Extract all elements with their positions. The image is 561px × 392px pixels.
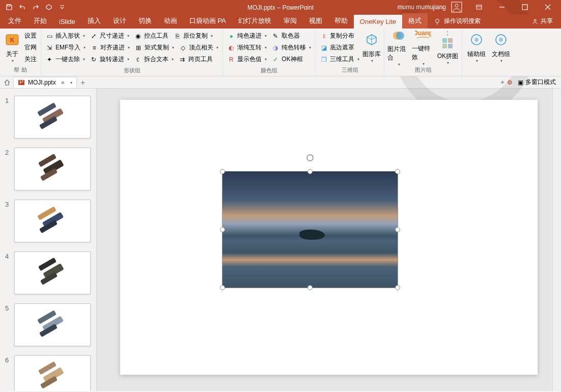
qat-customize-button[interactable] [56, 1, 68, 13]
group-image: 图片混合▾ Duang 一键特效▾ : OK拼图▾ 图片组 [384, 29, 462, 76]
tab-view[interactable]: 视图 [303, 13, 328, 29]
resize-handle-se[interactable] [395, 285, 400, 290]
vertex-button[interactable]: ◇顶点相关▾ [177, 42, 220, 53]
tab-review[interactable]: 审阅 [277, 13, 303, 29]
3d-tool-button[interactable]: ❒三维工具▾ [318, 54, 361, 65]
new-doc-tab-button[interactable]: + [78, 77, 88, 88]
gradient-icon: ◐ [227, 44, 235, 52]
doc-group-button[interactable]: 文档组▾ [489, 30, 513, 65]
website-button[interactable]: 官网 [22, 42, 39, 53]
split-text-button[interactable]: Ꞓ拆合文本▾ [132, 54, 176, 65]
copy-inplace-button[interactable]: ⎘原位复制▾ [171, 31, 215, 41]
about-button[interactable]: K 关于▾ [2, 30, 22, 65]
settings-button[interactable]: 设置 [22, 31, 39, 41]
show-color-button[interactable]: R显示色值▾ [225, 54, 269, 65]
maximize-button[interactable] [513, 0, 536, 14]
minimize-button[interactable] [490, 0, 513, 14]
document-title: MOJI.pptx – PowerPoint [247, 4, 314, 11]
slide-canvas[interactable] [120, 100, 538, 375]
tab-transitions[interactable]: 切换 [132, 13, 158, 29]
vertical-scrollbar[interactable] [552, 89, 561, 391]
ok-puzzle-button[interactable]: : OK拼图▾ [435, 30, 460, 65]
close-button[interactable] [536, 0, 559, 14]
pure-color-step-button[interactable]: ●纯色递进▾ [225, 31, 269, 41]
crosspage-button[interactable]: ⇉跨页工具 [176, 54, 215, 65]
image-blend-button[interactable]: 图片混合▾ [386, 30, 411, 65]
account-avatar-icon[interactable] [451, 2, 462, 13]
ok-frame-button[interactable]: ✓OK神框 [269, 54, 304, 65]
slide-thumbnails-panel[interactable]: 1 2 3 4 5 6 [0, 89, 97, 391]
bottom-mask-button[interactable]: ◪底边遮罩 [318, 42, 361, 53]
account-name[interactable]: mumu mumujiang [398, 4, 446, 11]
slide-thumbnail-5[interactable] [14, 303, 91, 346]
eyedropper-button[interactable]: ✎取色器 [269, 31, 302, 41]
doc-label: 文档组 [492, 50, 510, 59]
one-click-fx-button[interactable]: Duang 一键特效▾ [411, 30, 435, 65]
slide-thumbnail-1[interactable] [14, 96, 91, 138]
slide-thumbnail-6[interactable] [14, 355, 91, 391]
tab-home[interactable]: 开始 [27, 13, 53, 29]
ribbon-display-button[interactable] [467, 0, 490, 14]
tab-animations[interactable]: 动画 [158, 13, 183, 29]
distribute-icon: ⫴ [320, 32, 328, 40]
svg-point-2 [455, 4, 458, 7]
puzzle-icon [439, 37, 456, 50]
tab-onekey-lite[interactable]: OneKey Lite [354, 15, 403, 29]
page-icon: ⇉ [178, 55, 186, 64]
gradient-swap-button[interactable]: ◐渐纯互转▾ [225, 42, 269, 53]
selected-image[interactable] [222, 171, 398, 288]
tab-pocket-anim[interactable]: 口袋动画 PA [183, 13, 232, 29]
matrix-copy-button[interactable]: ⊞矩式复制▾ [132, 42, 176, 53]
resize-handle-sw[interactable] [220, 285, 225, 290]
undo-button[interactable] [16, 1, 29, 13]
thumb-number: 3 [5, 200, 14, 242]
tab-file[interactable]: 文件 [2, 13, 27, 29]
size-step-button[interactable]: ⤢尺寸递进▾ [88, 31, 131, 41]
resize-handle-n[interactable] [307, 169, 313, 174]
align-step-button[interactable]: ≡对齐递进▾ [88, 42, 132, 53]
rotate-handle[interactable] [305, 153, 315, 162]
tab-help[interactable]: 帮助 [328, 13, 354, 29]
copy-distribute-button[interactable]: ⫴复制分布 [318, 31, 361, 41]
start-over-button[interactable] [43, 1, 55, 13]
group-3d: ⫴复制分布 ◪底边遮罩 ❒三维工具▾ 图形库▾ 三维组 [316, 29, 384, 76]
thumb-number: 4 [5, 251, 14, 294]
svg-point-14 [396, 32, 404, 40]
resize-handle-ne[interactable] [395, 169, 400, 174]
share-button[interactable]: 共享 [525, 14, 559, 29]
control-tool-button[interactable]: ◉控点工具 [132, 31, 171, 41]
resize-handle-s[interactable] [307, 285, 313, 290]
tab-insert[interactable]: 插入 [81, 13, 107, 29]
group-shapes-label: 形状组 [43, 66, 220, 76]
slide-thumbnail-3[interactable] [14, 200, 91, 242]
tab-islide[interactable]: iSlide [53, 15, 81, 29]
slide-canvas-area[interactable] [97, 89, 561, 391]
thumb-number: 2 [5, 148, 14, 190]
save-button[interactable] [3, 1, 15, 13]
redo-button[interactable] [30, 1, 42, 13]
slide-thumbnail-4[interactable] [14, 251, 91, 294]
shape-lib-button[interactable]: 图形库▾ [361, 30, 382, 65]
tell-me-search[interactable]: 操作说明搜索 [428, 14, 487, 29]
aux-group-button[interactable]: 辅助组▾ [464, 30, 489, 65]
share-label: 共享 [541, 17, 553, 25]
doc-tab-active[interactable]: P MOJI.pptx ✕ ▾ [13, 77, 77, 88]
insert-shape-button[interactable]: ▭插入形状▾ [43, 31, 87, 41]
tab-format[interactable]: 格式 [402, 13, 428, 29]
rotate-step-button[interactable]: ↻旋转递进▾ [88, 54, 131, 65]
doc-tab-close-button[interactable]: ✕ [59, 79, 66, 86]
home-doc-button[interactable] [2, 77, 12, 88]
resize-handle-w[interactable] [220, 227, 225, 232]
slide-thumbnail-2[interactable] [14, 148, 91, 190]
color-transfer-button[interactable]: ◑纯色转移▾ [269, 42, 313, 53]
doc-tab-dropdown[interactable]: ▾ [70, 80, 72, 85]
emf-import-button[interactable]: ⇲EMF导入▾ [43, 42, 88, 53]
remove-button[interactable]: ✦一键去除▾ [43, 54, 87, 65]
resize-handle-nw[interactable] [220, 169, 225, 174]
import-icon: ⇲ [45, 44, 53, 52]
follow-button[interactable]: 关注 [22, 54, 39, 65]
resize-handle-e[interactable] [395, 227, 400, 232]
multi-window-label: 多窗口模式 [525, 78, 556, 87]
tab-slideshow[interactable]: 幻灯片放映 [232, 13, 277, 29]
tab-design[interactable]: 设计 [107, 13, 132, 29]
